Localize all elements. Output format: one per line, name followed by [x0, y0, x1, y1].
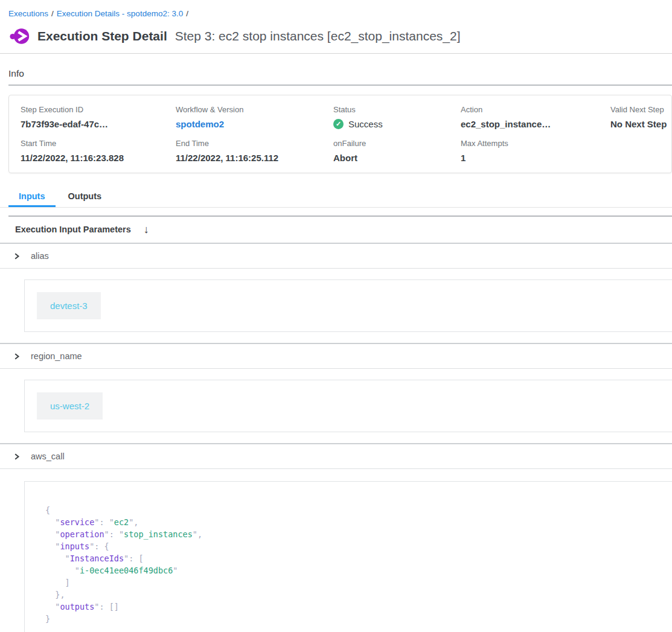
info-field-label: Max Attempts — [461, 139, 610, 148]
info-field-value: No Next Step — [610, 119, 671, 129]
execution-step-detail-page: Executions/Execution Details - spotdemo2… — [0, 0, 672, 632]
param-section-header-aws-call[interactable]: aws_call — [0, 444, 672, 469]
param-section-name: alias — [31, 251, 49, 261]
workflow-version-link[interactable]: spotdemo2 — [176, 119, 333, 129]
info-field-label: End Time — [176, 139, 333, 148]
info-field-value: Abort — [333, 153, 461, 163]
info-field-label: Workflow & Version — [176, 105, 333, 114]
info-field-start-time: Start Time11/22/2022, 11:16:23.828 — [21, 139, 176, 163]
param-value-chip: us-west-2 — [37, 392, 103, 420]
info-field-action: Actionec2_stop_instance… — [461, 105, 610, 129]
param-section-name: region_name — [31, 351, 82, 361]
breadcrumb-separator-trailing: / — [186, 9, 188, 18]
info-field-value: 7b73f93e-edaf-47c… — [21, 119, 176, 129]
info-field-value: 1 — [461, 153, 610, 163]
success-check-icon: ✓ — [333, 119, 344, 129]
breadcrumb: Executions/Execution Details - spotdemo2… — [0, 0, 672, 18]
chevron-right-icon — [13, 453, 21, 461]
info-field-step-execution-id: Step Execution ID7b73f93e-edaf-47c… — [21, 105, 176, 129]
tab-inputs[interactable]: Inputs — [8, 187, 56, 207]
info-field-label: Step Execution ID — [21, 105, 176, 114]
code-line: "service": "ec2", — [45, 516, 672, 528]
page-subtitle: Step 3: ec2 stop instances [ec2_stop_ins… — [175, 29, 461, 43]
info-field-onfailure: onFailureAbort — [333, 139, 461, 163]
info-grid: Step Execution ID7b73f93e-edaf-47c…Workf… — [8, 95, 672, 173]
info-section-heading: Info — [8, 68, 664, 79]
code-line: { — [45, 504, 672, 516]
param-value-chip: devtest-3 — [37, 292, 101, 319]
title-divider — [0, 53, 672, 54]
workflow-play-icon — [10, 27, 30, 45]
code-line: } — [45, 613, 672, 625]
tab-bar: InputsOutputs — [0, 187, 672, 208]
info-field-max-attempts: Max Attempts1 — [461, 139, 610, 163]
info-field-label: Action — [461, 105, 610, 114]
code-line: ] — [45, 576, 672, 589]
download-arrow-icon[interactable]: ↓ — [144, 224, 149, 235]
status-text: Success — [348, 119, 383, 129]
info-heading-divider — [8, 85, 672, 86]
execution-input-parameters-title: Execution Input Parameters — [15, 225, 131, 234]
page-header: Execution Step Detail Step 3: ec2 stop i… — [10, 27, 664, 45]
code-line: "operation": "stop_instances", — [45, 528, 672, 540]
info-field-label: Start Time — [21, 139, 176, 148]
info-field-workflow-version: Workflow & Versionspotdemo2 — [176, 105, 333, 129]
param-section-header-alias[interactable]: alias — [0, 244, 672, 269]
param-sections: aliasdevtest-3region_nameus-west-2aws_ca… — [0, 243, 672, 632]
info-field-valid-next-step: Valid Next StepNo Next Step — [610, 105, 671, 129]
info-field-status: Status✓Success — [333, 105, 461, 129]
execution-input-parameters-header: Execution Input Parameters ↓ — [0, 217, 672, 243]
code-line: "i-0ec41ee046f49dbc6" — [45, 564, 672, 576]
info-field-label: Status — [333, 105, 461, 114]
breadcrumb-link-executions[interactable]: Executions — [8, 9, 48, 18]
chevron-right-icon — [13, 252, 21, 260]
info-field-label: onFailure — [333, 139, 461, 148]
breadcrumb-link-execution-details[interactable]: Execution Details - spotdemo2: 3.0 — [57, 9, 183, 18]
code-block-aws-call: { "service": "ec2", "operation": "stop_i… — [24, 481, 672, 632]
tab-outputs[interactable]: Outputs — [58, 187, 112, 207]
code-line: "inputs": { — [45, 540, 672, 552]
info-field-end-time: End Time11/22/2022, 11:16:25.112 — [176, 139, 333, 163]
page-title: Execution Step Detail — [37, 29, 167, 43]
info-field-value: 11/22/2022, 11:16:23.828 — [21, 153, 176, 163]
param-section-name: aws_call — [31, 452, 65, 461]
info-field-label: Valid Next Step — [610, 105, 671, 114]
code-line: "outputs": [] — [45, 601, 672, 613]
param-section-header-region-name[interactable]: region_name — [0, 344, 672, 369]
breadcrumb-separator: / — [51, 9, 54, 18]
status-badge: ✓Success — [333, 119, 461, 129]
code-line: }, — [45, 589, 672, 601]
code-line: "InstanceIds": [ — [45, 552, 672, 564]
param-value-panel-alias: devtest-3 — [24, 279, 672, 332]
info-field-value: 11/22/2022, 11:16:25.112 — [176, 153, 333, 163]
param-value-panel-region-name: us-west-2 — [24, 380, 672, 432]
chevron-right-icon — [13, 353, 21, 360]
tab-list: InputsOutputs — [8, 187, 672, 207]
info-field-value: ec2_stop_instance… — [461, 119, 610, 129]
